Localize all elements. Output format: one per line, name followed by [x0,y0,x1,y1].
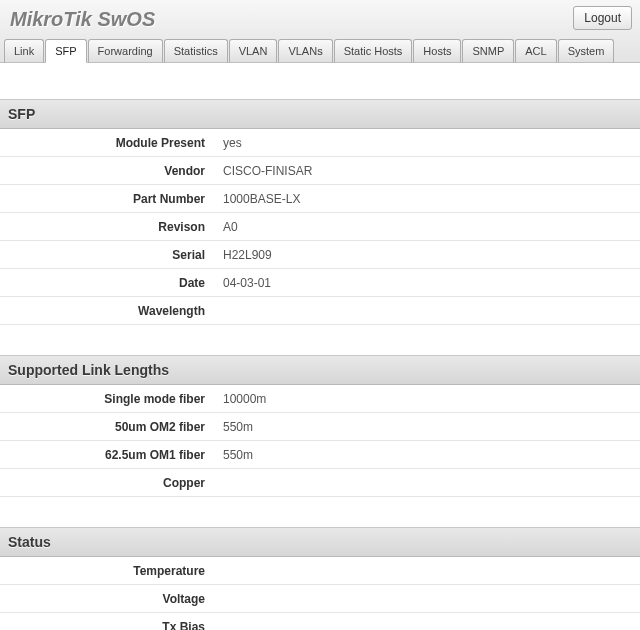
value-part-number: 1000BASE-LX [215,186,308,212]
logout-button[interactable]: Logout [573,6,632,30]
label-copper: Copper [0,470,215,496]
label-temperature: Temperature [0,558,215,584]
label-serial: Serial [0,242,215,268]
row-part-number: Part Number 1000BASE-LX [0,185,640,213]
tab-acl[interactable]: ACL [515,39,556,63]
label-tx-bias: Tx Bias [0,614,215,631]
label-revision: Revison [0,214,215,240]
tab-vlans[interactable]: VLANs [278,39,332,63]
row-serial: Serial H22L909 [0,241,640,269]
value-single-mode-fiber: 10000m [215,386,274,412]
header-bar: MikroTik SwOS Logout [0,0,640,34]
tab-link[interactable]: Link [4,39,44,63]
row-date: Date 04-03-01 [0,269,640,297]
tab-static-hosts[interactable]: Static Hosts [334,39,413,63]
row-single-mode-fiber: Single mode fiber 10000m [0,385,640,413]
label-62um-om1: 62.5um OM1 fiber [0,442,215,468]
value-tx-bias [215,621,231,631]
row-copper: Copper [0,469,640,497]
value-voltage [215,593,231,605]
row-vendor: Vendor CISCO-FINISAR [0,157,640,185]
tab-system[interactable]: System [558,39,615,63]
value-wavelength [215,305,231,317]
row-module-present: Module Present yes [0,129,640,157]
section-status-header: Status [0,527,640,557]
brand-title: MikroTik SwOS [6,6,159,33]
label-module-present: Module Present [0,130,215,156]
row-voltage: Voltage [0,585,640,613]
content-area: SFP Module Present yes Vendor CISCO-FINI… [0,99,640,630]
value-temperature [215,565,231,577]
value-date: 04-03-01 [215,270,279,296]
tab-forwarding[interactable]: Forwarding [88,39,163,63]
tab-vlan[interactable]: VLAN [229,39,278,63]
value-revision: A0 [215,214,246,240]
row-temperature: Temperature [0,557,640,585]
row-tx-bias: Tx Bias [0,613,640,630]
section-sfp-header: SFP [0,99,640,129]
label-part-number: Part Number [0,186,215,212]
tab-hosts[interactable]: Hosts [413,39,461,63]
label-vendor: Vendor [0,158,215,184]
label-50um-om2: 50um OM2 fiber [0,414,215,440]
tab-statistics[interactable]: Statistics [164,39,228,63]
value-50um-om2: 550m [215,414,261,440]
value-62um-om1: 550m [215,442,261,468]
value-serial: H22L909 [215,242,280,268]
row-revision: Revison A0 [0,213,640,241]
section-link-lengths-header: Supported Link Lengths [0,355,640,385]
row-62um-om1: 62.5um OM1 fiber 550m [0,441,640,469]
label-wavelength: Wavelength [0,298,215,324]
value-copper [215,477,231,489]
label-voltage: Voltage [0,586,215,612]
tab-sfp[interactable]: SFP [45,39,86,63]
value-vendor: CISCO-FINISAR [215,158,320,184]
row-50um-om2: 50um OM2 fiber 550m [0,413,640,441]
label-date: Date [0,270,215,296]
value-module-present: yes [215,130,250,156]
label-single-mode-fiber: Single mode fiber [0,386,215,412]
tab-snmp[interactable]: SNMP [462,39,514,63]
tab-bar: Link SFP Forwarding Statistics VLAN VLAN… [0,34,640,63]
row-wavelength: Wavelength [0,297,640,325]
